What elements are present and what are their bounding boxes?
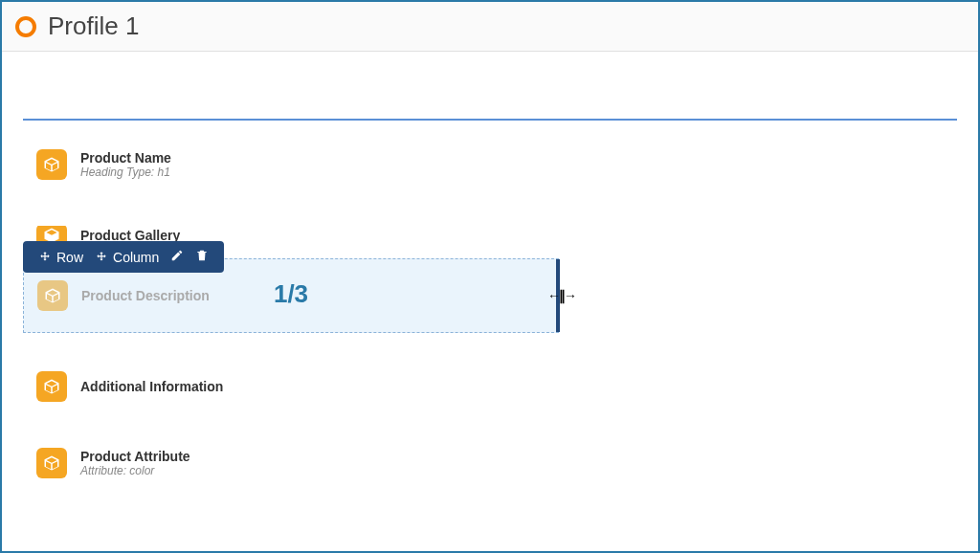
trash-icon xyxy=(195,249,209,262)
move-icon xyxy=(38,251,52,264)
page-header: Profile 1 xyxy=(2,2,978,52)
block-product-description[interactable]: Product Description xyxy=(24,280,210,311)
column-label: Column xyxy=(113,250,159,265)
block-title: Product Name xyxy=(80,150,171,166)
column-button[interactable]: Column xyxy=(89,248,165,267)
block-subtitle: Heading Type: h1 xyxy=(80,166,171,179)
block-additional-info[interactable]: Additional Information xyxy=(36,371,961,402)
block-product-name[interactable]: Product Name Heading Type: h1 xyxy=(36,149,961,180)
cube-icon xyxy=(36,149,67,180)
block-text: Product Attribute Attribute: color xyxy=(80,449,190,477)
column-width-fraction: 1/3 xyxy=(274,279,308,309)
block-subtitle: Attribute: color xyxy=(80,464,190,477)
block-title: Additional Information xyxy=(80,379,223,394)
cube-icon xyxy=(36,371,67,402)
cube-icon xyxy=(37,280,68,311)
block-text: Product Name Heading Type: h1 xyxy=(80,150,171,179)
block-title: Product Description xyxy=(81,288,210,303)
block-product-attribute[interactable]: Product Attribute Attribute: color xyxy=(36,448,961,478)
resize-handle-icon[interactable]: ←‖→ xyxy=(547,288,575,303)
row-button[interactable]: Row xyxy=(33,248,89,267)
section-divider xyxy=(23,119,957,121)
edit-button[interactable] xyxy=(165,247,189,267)
builder-canvas: Product Name Heading Type: h1 Product Ga… xyxy=(2,52,978,496)
cube-icon xyxy=(36,448,67,478)
selected-column-area: Row Column Product Description 1/3 xyxy=(23,258,957,333)
block-title: Product Attribute xyxy=(80,449,190,464)
pencil-icon xyxy=(170,249,184,262)
block-text: Additional Information xyxy=(80,379,223,394)
logo-icon xyxy=(15,16,36,37)
delete-button[interactable] xyxy=(189,247,214,267)
page-title: Profile 1 xyxy=(48,11,139,41)
move-icon xyxy=(95,251,108,264)
row-label: Row xyxy=(56,250,83,265)
selection-toolbar: Row Column xyxy=(23,241,224,273)
